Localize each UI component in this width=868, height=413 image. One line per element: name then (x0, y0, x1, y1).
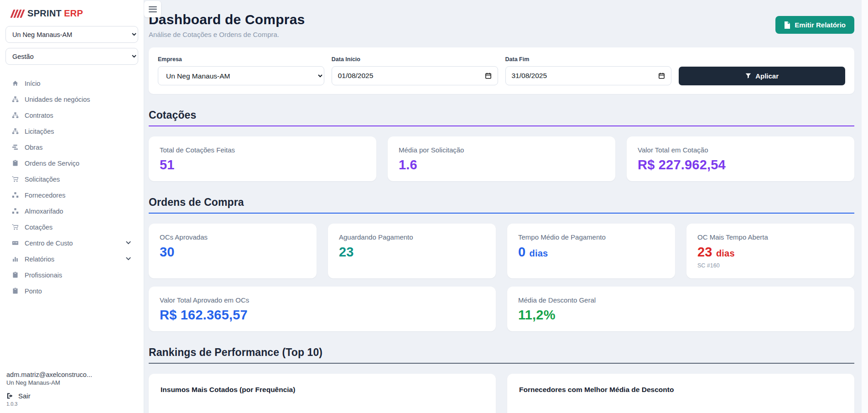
section-cotacoes-header: Cotações (149, 109, 854, 126)
sidebar-item-contratos[interactable]: Contratos (5, 107, 138, 123)
stat-card-media-solicitacao: Média por Solicitação 1.6 (388, 136, 615, 181)
stat-label: Total de Cotações Feitas (160, 146, 365, 154)
stat-card-media-desconto: Média de Desconto Geral 11,2% (507, 287, 854, 331)
end-date-field: Data Fim 31/08/2025 (505, 56, 672, 85)
ranking-title: Fornecedores com Melhor Média de Descont… (519, 386, 842, 394)
stat-value: 23 dias (697, 245, 843, 259)
cubes-icon (12, 192, 19, 199)
rankings-cards: Insumos Mais Cotados (por Frequência) Fo… (149, 374, 854, 413)
sidebar-item-fornecedores[interactable]: Fornecedores (5, 187, 138, 203)
stat-label: Média de Desconto Geral (518, 296, 843, 304)
page-title: Dashboard de Compras (149, 12, 305, 27)
section-ordens-header: Ordens de Compra (149, 196, 854, 214)
section-title-ordens: Ordens de Compra (149, 196, 854, 209)
stat-card-ocs-aprovadas: OCs Aprovadas 30 (149, 224, 317, 278)
stat-card-total-cotacoes: Total de Cotações Feitas 51 (149, 136, 376, 181)
sidebar-item-inicio[interactable]: Início (5, 75, 138, 91)
filter-icon (745, 73, 751, 79)
sidebar-item-ordens-de-servico[interactable]: Ordens de Serviço (5, 155, 138, 171)
file-pdf-icon (784, 21, 790, 29)
sitemap-icon (12, 128, 19, 135)
stat-value: 23 (339, 245, 485, 259)
stat-value: 0 dias (518, 245, 664, 259)
stat-label: OCs Aprovadas (160, 233, 306, 241)
stat-card-tempo-medio-pagamento: Tempo Médio de Pagamento 0 dias (507, 224, 675, 278)
page-subtitle: Análise de Cotações e Ordens de Compra. (149, 31, 305, 38)
stat-card-oc-mais-tempo-aberta: OC Mais Tempo Aberta 23 dias SC #160 (686, 224, 854, 278)
end-date-input[interactable]: 31/08/2025 (505, 66, 672, 85)
cart-icon (12, 176, 19, 183)
stat-value: 30 (160, 245, 306, 259)
sidebar-item-profissionais[interactable]: Profissionais (5, 267, 138, 283)
sidebar-item-licitacoes[interactable]: Licitações (5, 123, 138, 139)
scrollbar[interactable] (862, 0, 868, 413)
brand-logo: SPRINTERP (5, 7, 138, 26)
main-content: Dashboard de Compras Análise de Cotações… (144, 0, 862, 413)
cubes-icon (12, 208, 19, 214)
company-field: Empresa Un Neg Manaus-AM (158, 56, 324, 85)
cart-icon (12, 224, 19, 230)
business-unit-select[interactable]: Un Neg Manaus-AM (5, 26, 138, 43)
stat-card-valor-total-cotacao: Valor Total em Cotação R$ 227.962,54 (627, 136, 854, 181)
apply-filter-button[interactable]: Aplicar (679, 67, 845, 85)
sidebar-item-obras[interactable]: Obras (5, 139, 138, 155)
calendar-icon (485, 72, 492, 79)
chevron-down-icon (125, 255, 132, 263)
sidebar-nav: Início Unidades de negócios Contratos Li… (5, 75, 138, 299)
stat-label: Aguardando Pagamento (339, 233, 485, 241)
sidebar-item-cotacoes[interactable]: Cotações (5, 219, 138, 235)
sidebar-toggle-button[interactable] (144, 1, 161, 17)
section-title-rankings: Rankings de Performance (Top 10) (149, 346, 854, 359)
section-rule-ordens (149, 213, 854, 214)
stat-card-aguardando-pagamento: Aguardando Pagamento 23 (328, 224, 496, 278)
section-rule-cotacoes (149, 125, 854, 126)
stat-label: Valor Total Aprovado em OCs (160, 296, 485, 304)
stat-value: R$ 227.962,54 (638, 158, 843, 172)
ordens-cards-row2: Valor Total Aprovado em OCs R$ 162.365,5… (149, 287, 854, 331)
emit-report-button[interactable]: Emitir Relatório (775, 16, 854, 34)
sitemap-icon (12, 96, 19, 103)
bar-chart-icon (12, 256, 19, 262)
home-icon (12, 80, 19, 87)
chevron-down-icon (125, 239, 132, 247)
brand-stripes-icon (12, 10, 23, 18)
calendar-icon (658, 72, 665, 79)
sidebar-item-solicitacoes[interactable]: Solicitações (5, 171, 138, 187)
stat-value: 1.6 (399, 158, 604, 172)
company-label: Empresa (158, 56, 324, 63)
stat-label: Tempo Médio de Pagamento (518, 233, 664, 241)
stat-value: 51 (160, 158, 365, 172)
section-rankings-header: Rankings de Performance (Top 10) (149, 346, 854, 364)
cotacoes-cards: Total de Cotações Feitas 51 Média por So… (149, 136, 854, 181)
sidebar-item-almoxarifado[interactable]: Almoxarifado (5, 203, 138, 219)
start-date-label: Data Início (332, 56, 498, 63)
ranking-card-fornecedores: Fornecedores com Melhor Média de Descont… (507, 374, 854, 413)
stat-label: Média por Solicitação (399, 146, 604, 154)
money-check-icon (12, 240, 19, 246)
company-select[interactable]: Un Neg Manaus-AM (158, 66, 324, 85)
sidebar-item-unidades-de-negocios[interactable]: Unidades de negócios (5, 91, 138, 107)
sidebar: SPRINTERP Un Neg Manaus-AM Gestão Início… (0, 0, 144, 413)
start-date-field: Data Início 01/08/2025 (332, 56, 498, 85)
stream-icon (12, 144, 19, 151)
logout-icon (6, 392, 13, 399)
module-select[interactable]: Gestão (5, 48, 138, 65)
stat-note: SC #160 (697, 262, 843, 269)
sidebar-item-relatorios[interactable]: Relatórios (5, 251, 138, 267)
start-date-input[interactable]: 01/08/2025 (332, 66, 498, 85)
clipboard-icon (12, 288, 19, 294)
stat-card-valor-total-aprovado: Valor Total Aprovado em OCs R$ 162.365,5… (149, 287, 496, 331)
stat-label: OC Mais Tempo Aberta (697, 233, 843, 241)
filter-bar: Empresa Un Neg Manaus-AM Data Início 01/… (149, 47, 854, 94)
logout-button[interactable]: Sair (6, 392, 137, 400)
end-date-label: Data Fim (505, 56, 672, 63)
stat-value: R$ 162.365,57 (160, 308, 485, 322)
sidebar-item-ponto[interactable]: Ponto (5, 283, 138, 299)
page-header: Dashboard de Compras Análise de Cotações… (149, 12, 854, 38)
sidebar-item-centro-de-custo[interactable]: Centro de Custo (5, 235, 138, 251)
user-unit: Un Neg Manaus-AM (6, 379, 137, 386)
sitemap-icon (12, 112, 19, 119)
app-version: 1.0.3 (6, 401, 137, 407)
user-block: adm.matriz@axelconstruco... Un Neg Manau… (5, 371, 138, 407)
user-email: adm.matriz@axelconstruco... (6, 371, 137, 378)
